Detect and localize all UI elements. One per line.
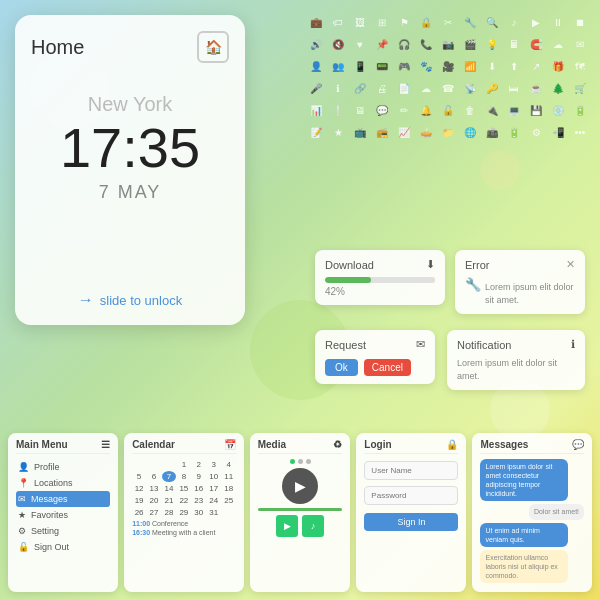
cal-cell[interactable]: 6 xyxy=(147,471,161,482)
cancel-button[interactable]: Cancel xyxy=(364,359,411,376)
icon-cloud2[interactable]: ☁ xyxy=(416,78,436,98)
media-icon-2[interactable]: ♪ xyxy=(302,515,324,537)
icon-more[interactable]: ••• xyxy=(570,122,590,142)
icon-bar[interactable]: 📈 xyxy=(394,122,414,142)
cal-cell[interactable]: 4 xyxy=(222,459,236,470)
icon-bulb[interactable]: 💡 xyxy=(482,34,502,54)
icon-user[interactable]: 👤 xyxy=(306,56,326,76)
password-input[interactable] xyxy=(364,486,458,505)
icon-msg[interactable]: 💬 xyxy=(372,100,392,120)
icon-search[interactable]: 🔍 xyxy=(482,12,502,32)
icon-cloud[interactable]: ☁ xyxy=(548,34,568,54)
icon-grid2[interactable]: ⊞ xyxy=(372,12,392,32)
icon-tag[interactable]: 🏷 xyxy=(328,12,348,32)
cal-cell[interactable]: 11 xyxy=(222,471,236,482)
icon-tree[interactable]: 🌲 xyxy=(548,78,568,98)
cal-cell[interactable]: 5 xyxy=(132,471,146,482)
cal-cell[interactable] xyxy=(162,459,176,470)
icon-star[interactable]: ★ xyxy=(328,122,348,142)
ok-button[interactable]: Ok xyxy=(325,359,358,376)
icon-wifi[interactable]: 📡 xyxy=(460,78,480,98)
media-icon-1[interactable]: ▶ xyxy=(276,515,298,537)
icon-chart[interactable]: 📊 xyxy=(306,100,326,120)
icon-bed[interactable]: 🛏 xyxy=(504,78,524,98)
menu-item-setting[interactable]: ⚙ Setting xyxy=(16,523,110,539)
icon-paw[interactable]: 🐾 xyxy=(416,56,436,76)
icon-calc[interactable]: 🖩 xyxy=(504,34,524,54)
icon-unlock[interactable]: 🔓 xyxy=(438,100,458,120)
cal-cell[interactable]: 18 xyxy=(222,483,236,494)
icon-radio[interactable]: 📻 xyxy=(372,122,392,142)
play-button[interactable]: ▶ xyxy=(282,468,318,504)
cal-cell[interactable]: 2 xyxy=(192,459,206,470)
icon-chip[interactable]: 🔋 xyxy=(570,100,590,120)
icon-pie[interactable]: 🥧 xyxy=(416,122,436,142)
icon-down[interactable]: ⬇ xyxy=(482,56,502,76)
icon-group[interactable]: 👥 xyxy=(328,56,348,76)
icon-link[interactable]: 🔗 xyxy=(350,78,370,98)
icon-tel[interactable]: ☎ xyxy=(438,78,458,98)
icon-mic[interactable]: 🎤 xyxy=(306,78,326,98)
icon-hd[interactable]: 💾 xyxy=(526,100,546,120)
slide-unlock[interactable]: → slide to unlock xyxy=(78,291,182,309)
icon-excl[interactable]: ❕ xyxy=(328,100,348,120)
cal-cell[interactable]: 8 xyxy=(177,471,191,482)
icon-headset[interactable]: 🎧 xyxy=(394,34,414,54)
icon-bin[interactable]: 🗑 xyxy=(460,100,480,120)
icon-pause[interactable]: ⏸ xyxy=(548,12,568,32)
icon-gift[interactable]: 🎁 xyxy=(548,56,568,76)
close-icon[interactable]: ✕ xyxy=(566,258,575,271)
home-icon[interactable]: 🏠 xyxy=(197,31,229,63)
icon-cup[interactable]: ☕ xyxy=(526,78,546,98)
icon-print[interactable]: 🖨 xyxy=(372,78,392,98)
icon-film[interactable]: 🎬 xyxy=(460,34,480,54)
cal-cell[interactable]: 23 xyxy=(192,495,206,506)
cal-cell[interactable]: 19 xyxy=(132,495,146,506)
cal-cell[interactable]: 24 xyxy=(207,495,221,506)
icon-music[interactable]: ♪ xyxy=(504,12,524,32)
icon-tools[interactable]: 🔧 xyxy=(460,12,480,32)
icon-bell[interactable]: 🔔 xyxy=(416,100,436,120)
cal-cell[interactable]: 13 xyxy=(147,483,161,494)
cal-cell[interactable]: 30 xyxy=(192,507,206,518)
icon-play[interactable]: ▶ xyxy=(526,12,546,32)
icon-scissors[interactable]: ✂ xyxy=(438,12,458,32)
icon-tablet[interactable]: 📟 xyxy=(372,56,392,76)
cal-cell[interactable]: 16 xyxy=(192,483,206,494)
menu-item-locations[interactable]: 📍 Locations xyxy=(16,475,110,491)
cal-cell[interactable]: 17 xyxy=(207,483,221,494)
icon-heart[interactable]: ♥ xyxy=(350,34,370,54)
icon-share[interactable]: ↗ xyxy=(526,56,546,76)
menu-item-favorites[interactable]: ★ Favorites xyxy=(16,507,110,523)
icon-vol[interactable]: 🔊 xyxy=(306,34,326,54)
icon-key[interactable]: 🔑 xyxy=(482,78,502,98)
icon-map[interactable]: 🗺 xyxy=(570,56,590,76)
icon-briefcase[interactable]: 💼 xyxy=(306,12,326,32)
icon-flag[interactable]: ⚑ xyxy=(394,12,414,32)
cal-cell[interactable]: 28 xyxy=(162,507,176,518)
cal-cell[interactable]: 15 xyxy=(177,483,191,494)
cal-today[interactable]: 7 xyxy=(162,471,176,482)
cal-cell[interactable]: 27 xyxy=(147,507,161,518)
icon-phone[interactable]: 📞 xyxy=(416,34,436,54)
signin-button[interactable]: Sign In xyxy=(364,513,458,531)
icon-tv[interactable]: 📺 xyxy=(350,122,370,142)
cal-cell[interactable] xyxy=(147,459,161,470)
cal-cell[interactable]: 26 xyxy=(132,507,146,518)
cal-cell[interactable]: 21 xyxy=(162,495,176,506)
icon-plug[interactable]: 🔌 xyxy=(482,100,502,120)
cal-cell[interactable]: 10 xyxy=(207,471,221,482)
icon-edit[interactable]: ✏ xyxy=(394,100,414,120)
menu-item-messages[interactable]: ✉ Mesages xyxy=(16,491,110,507)
icon-lock[interactable]: 🔒 xyxy=(416,12,436,32)
cal-cell[interactable]: 31 xyxy=(207,507,221,518)
icon-docs[interactable]: 📄 xyxy=(394,78,414,98)
cal-cell[interactable]: 1 xyxy=(177,459,191,470)
icon-settings[interactable]: ⚙ xyxy=(526,122,546,142)
icon-stop[interactable]: ⏹ xyxy=(570,12,590,32)
icon-fax[interactable]: 📠 xyxy=(482,122,502,142)
icon-image[interactable]: 🖼 xyxy=(350,12,370,32)
cal-cell[interactable] xyxy=(132,459,146,470)
cal-cell[interactable]: 12 xyxy=(132,483,146,494)
icon-magnet[interactable]: 🧲 xyxy=(526,34,546,54)
